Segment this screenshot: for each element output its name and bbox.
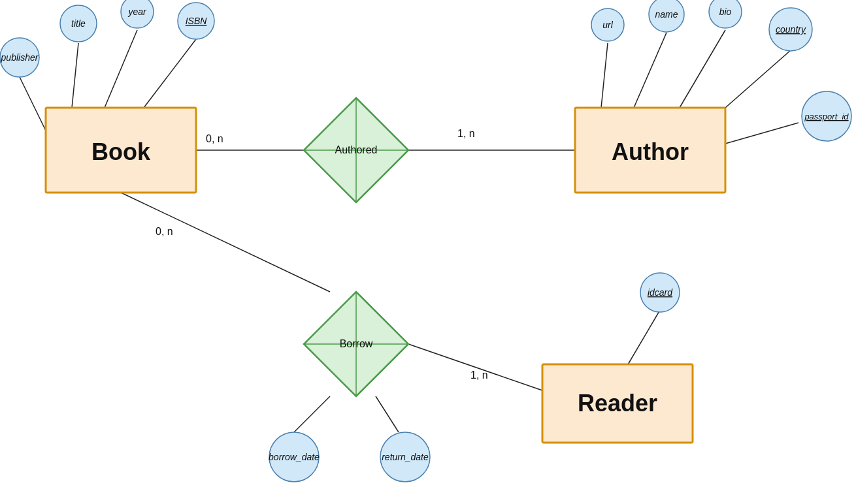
attr-line-publisher — [20, 77, 46, 131]
attr-idcard-label: idcard — [648, 287, 673, 298]
attr-isbn-label: ISBN — [186, 16, 208, 26]
relationship-borrow-label: Borrow — [340, 338, 373, 349]
attr-bio-label: bio — [719, 7, 732, 17]
line-borrow-reader — [408, 344, 542, 390]
attr-line-return-date — [376, 396, 399, 432]
attr-line-name — [634, 33, 667, 108]
attr-line-title — [72, 43, 78, 108]
attr-passport-id-label: passport_id — [804, 112, 849, 121]
attr-return-date-label: return_date — [382, 452, 429, 462]
attr-borrow-date-label: borrow_date — [269, 452, 320, 462]
entity-author-label: Author — [612, 138, 689, 165]
attr-title-label: title — [71, 18, 86, 29]
card-borrow-reader: 1, n — [470, 370, 488, 381]
attr-line-borrow-date — [294, 396, 330, 432]
attr-line-isbn — [144, 39, 196, 108]
entity-book-label: Book — [91, 138, 151, 165]
card-authored-author: 1, n — [457, 128, 475, 139]
line-book-borrow — [121, 193, 330, 292]
er-diagram: Book Author Reader Authored Borrow 0, n … — [0, 0, 856, 504]
attr-line-bio — [680, 30, 725, 108]
attr-url-label: url — [602, 20, 613, 30]
attr-publisher-label: publisher — [1, 52, 39, 63]
relationship-authored-label: Authored — [335, 144, 378, 155]
attr-line-passport — [725, 123, 798, 144]
attr-line-idcard — [627, 310, 660, 366]
card-book-authored: 0, n — [206, 133, 223, 144]
attr-line-year — [105, 30, 137, 108]
entity-reader-label: Reader — [578, 390, 657, 417]
attr-line-url — [601, 43, 608, 108]
attr-country-label: country — [776, 24, 806, 35]
card-book-borrow: 0, n — [156, 226, 173, 237]
attr-name-label: name — [655, 9, 678, 20]
attr-year-label: year — [127, 7, 147, 17]
attr-line-country — [725, 50, 791, 108]
